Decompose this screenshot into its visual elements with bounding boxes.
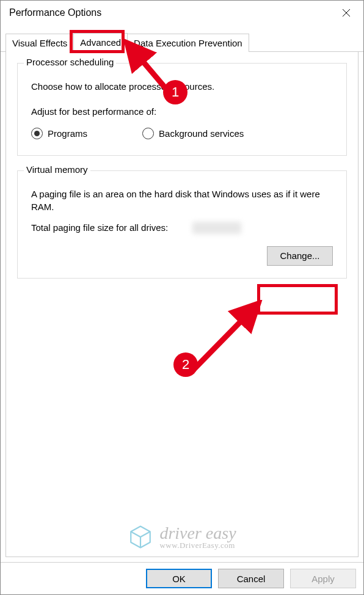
- group-title-vm: Virtual memory: [24, 164, 90, 175]
- processor-desc: Choose how to allocate processor resourc…: [31, 81, 333, 93]
- titlebar: Performance Options: [1, 1, 363, 25]
- tab-visual-effects[interactable]: Visual Effects: [5, 34, 74, 52]
- radio-item-background[interactable]: Background services: [142, 128, 244, 139]
- close-button[interactable]: [334, 1, 359, 25]
- radio-programs-label: Programs: [48, 128, 87, 139]
- vm-total-value-redacted: [192, 222, 241, 234]
- close-icon: [342, 9, 351, 17]
- tab-advanced[interactable]: Advanced: [73, 33, 128, 52]
- change-button[interactable]: Change...: [267, 246, 333, 266]
- cancel-button[interactable]: Cancel: [218, 569, 284, 588]
- adjust-label: Adjust for best performance of:: [31, 106, 333, 117]
- radio-programs[interactable]: [31, 128, 43, 139]
- vm-desc: A paging file is an area on the hard dis…: [31, 188, 333, 213]
- tab-content-advanced: Processor scheduling Choose how to alloc…: [5, 52, 359, 557]
- group-title-processor: Processor scheduling: [24, 57, 116, 67]
- group-virtual-memory: Virtual memory A paging file is an area …: [17, 170, 347, 279]
- vm-total-label: Total paging file size for all drives:: [31, 222, 168, 233]
- window-title: Performance Options: [9, 7, 334, 18]
- radio-background-label: Background services: [159, 128, 244, 139]
- group-processor-scheduling: Processor scheduling Choose how to alloc…: [17, 63, 347, 156]
- vm-total-row: Total paging file size for all drives:: [31, 222, 333, 234]
- radio-item-programs[interactable]: Programs: [31, 128, 87, 139]
- ok-button[interactable]: OK: [146, 569, 212, 588]
- dialog-button-bar: OK Cancel Apply: [1, 562, 363, 594]
- tab-dep[interactable]: Data Execution Prevention: [127, 34, 249, 52]
- performance-options-window: Performance Options Visual Effects Advan…: [0, 0, 364, 595]
- vm-button-row: Change...: [31, 239, 333, 266]
- apply-button: Apply: [290, 569, 356, 588]
- radio-row: Programs Background services: [31, 128, 333, 143]
- radio-background[interactable]: [142, 128, 154, 139]
- tab-strip: Visual Effects Advanced Data Execution P…: [1, 32, 363, 52]
